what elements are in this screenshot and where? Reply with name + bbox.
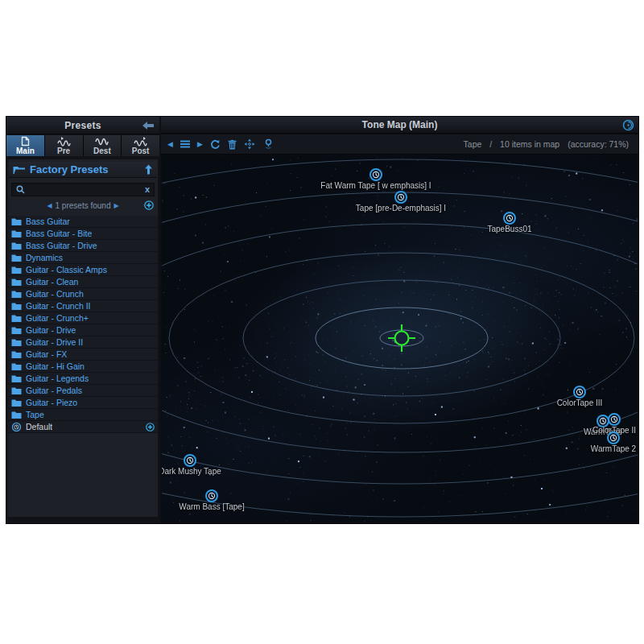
- search-icon: [16, 185, 25, 194]
- preset-clock-icon[interactable]: [572, 385, 587, 399]
- preset-clock-icon[interactable]: [183, 453, 197, 468]
- folder-label: Guitar - Crunch II: [26, 301, 91, 311]
- folder-row[interactable]: Guitar - FX: [8, 349, 158, 361]
- map-toolbar: ◀ ▶: [161, 134, 638, 155]
- folder-label: Guitar - Pedals: [26, 386, 82, 395]
- plugin-window: Presets Main Pre: [6, 117, 638, 523]
- folder-label: Guitar - FX: [26, 349, 67, 359]
- preset-clock-icon[interactable]: [394, 190, 408, 204]
- folder-icon: [11, 374, 22, 383]
- folder-icon: [11, 362, 22, 371]
- folder-icon: [11, 290, 22, 299]
- open-folder-icon: [13, 165, 26, 175]
- preset-clock-icon[interactable]: [204, 489, 219, 503]
- folder-row[interactable]: Guitar - Piezo: [8, 397, 158, 409]
- next-result-icon[interactable]: ▶: [110, 202, 122, 209]
- folder-row[interactable]: Bass Guitar - Bite: [8, 228, 158, 240]
- preset-clock-icon[interactable]: [369, 167, 383, 182]
- folder-row[interactable]: Guitar - Drive: [8, 324, 158, 336]
- center-view-icon[interactable]: [244, 134, 255, 154]
- tab-main[interactable]: Main: [6, 135, 45, 156]
- folder-row[interactable]: Bass Guitar: [8, 216, 158, 228]
- tab-label: Dest: [93, 147, 111, 155]
- folder-label: Bass Guitar - Bite: [26, 229, 92, 238]
- folder-label: Guitar - Clean: [26, 277, 78, 287]
- status-category: Tape: [464, 139, 482, 149]
- folder-row[interactable]: Guitar - Hi Gain: [8, 361, 158, 373]
- preset-clock-icon: [11, 422, 22, 432]
- folder-label: Bass Guitar - Drive: [26, 241, 97, 250]
- folder-icon: [11, 398, 22, 407]
- tab-label: Pre: [57, 147, 70, 155]
- folder-label: Guitar - Piezo: [26, 398, 77, 407]
- presets-title: Presets: [64, 120, 101, 131]
- map-list-icon[interactable]: [180, 134, 190, 154]
- preset-row-default[interactable]: Default: [8, 421, 158, 433]
- search-input[interactable]: [29, 185, 145, 195]
- folder-row[interactable]: Tape: [8, 409, 158, 421]
- clear-search-icon[interactable]: x: [145, 185, 150, 194]
- folder-icon: [11, 350, 22, 359]
- preset-tabs: Main Pre Dest Post: [6, 135, 159, 156]
- tab-pre[interactable]: Pre: [45, 135, 84, 156]
- wave-post-icon: [134, 136, 147, 147]
- folder-icon: [11, 386, 22, 395]
- delete-icon[interactable]: [228, 134, 237, 154]
- folder-icon: [11, 254, 22, 262]
- tab-post[interactable]: Post: [122, 135, 159, 156]
- folder-icon: [11, 266, 22, 275]
- preset-clock-icon[interactable]: [606, 431, 621, 445]
- folder-icon: [11, 411, 22, 419]
- folder-icon: [11, 338, 22, 347]
- refresh-map-icon[interactable]: [210, 134, 221, 154]
- prev-map-icon[interactable]: ◀: [167, 134, 173, 154]
- folder-row[interactable]: Guitar - Drive II: [8, 336, 158, 349]
- folder-row[interactable]: Bass Guitar - Drive: [8, 240, 158, 252]
- folder-icon: [11, 278, 22, 287]
- presets-header: Presets: [6, 117, 159, 134]
- folder-icon: [11, 242, 22, 250]
- prev-result-icon[interactable]: ◀: [43, 202, 55, 209]
- folder-row[interactable]: Guitar - Crunch II: [8, 300, 158, 312]
- folder-header-row[interactable]: Factory Presets: [9, 162, 157, 178]
- add-icon[interactable]: [144, 200, 154, 210]
- folder-label: Guitar - Crunch: [26, 289, 84, 299]
- preset-clock-icon[interactable]: [502, 211, 517, 225]
- app-logo-icon[interactable]: [622, 119, 634, 131]
- folder-icon: [11, 229, 22, 238]
- presets-panel: Presets Main Pre: [6, 117, 159, 523]
- folder-row[interactable]: Dynamics: [8, 252, 158, 264]
- tab-dest[interactable]: Dest: [84, 135, 122, 156]
- presets-body: Factory Presets x ◀ 1 presets found ▶: [8, 159, 158, 517]
- parent-folder-icon[interactable]: [144, 164, 153, 175]
- next-map-icon[interactable]: ▶: [197, 134, 203, 154]
- tone-map-panel: Tone Map (Main) ◀ ▶: [161, 117, 638, 523]
- folder-row[interactable]: Guitar - Pedals: [8, 385, 158, 397]
- folder-label: Guitar - Hi Gain: [26, 361, 85, 371]
- folder-row[interactable]: Guitar - Clean: [8, 276, 158, 288]
- results-row: ◀ 1 presets found ▶: [8, 200, 158, 212]
- folder-row[interactable]: Guitar - Crunch: [8, 288, 158, 300]
- target-crosshair-icon[interactable]: [386, 322, 418, 354]
- folder-label: Dynamics: [26, 253, 63, 262]
- search-bar: x: [11, 183, 155, 196]
- preset-clock-icon[interactable]: [607, 412, 621, 427]
- status-separator: /: [489, 139, 492, 149]
- locate-preset-icon[interactable]: [262, 134, 275, 154]
- folder-row[interactable]: Guitar - Legends: [8, 373, 158, 385]
- folder-label: Bass Guitar: [26, 217, 70, 226]
- folder-row[interactable]: Guitar - Crunch+: [8, 312, 158, 324]
- tab-label: Main: [16, 147, 35, 155]
- folder-icon: [11, 217, 22, 226]
- results-count: 1 presets found: [56, 201, 111, 210]
- folder-icon: [11, 314, 22, 323]
- collapse-panel-icon[interactable]: [142, 121, 155, 130]
- tone-map-canvas[interactable]: Fat Warm Tape [ w emphasis] I Tape [pre-…: [162, 155, 638, 522]
- add-to-map-icon[interactable]: [146, 423, 155, 431]
- folder-label: Guitar - Legends: [26, 374, 89, 383]
- folder-header-label: Factory Presets: [30, 163, 144, 175]
- folder-icon: [11, 326, 22, 335]
- wave-pre-icon: [57, 136, 71, 147]
- folder-row[interactable]: Guitar - Classic Amps: [8, 264, 158, 276]
- folder-label: Tape: [26, 410, 44, 419]
